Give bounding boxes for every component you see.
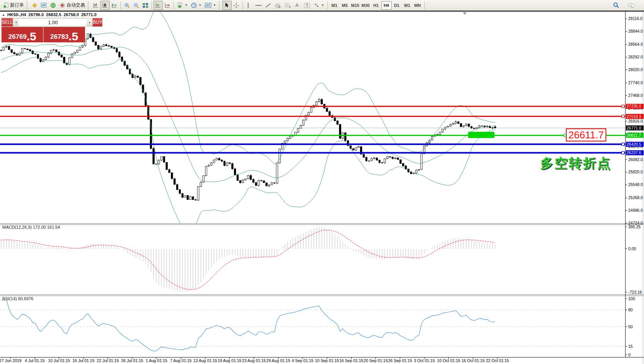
search-button[interactable] — [611, 1, 621, 10]
turning-point-note[interactable]: 多空转折点 — [540, 155, 611, 172]
price-tick-label: 27740.0 — [628, 80, 643, 85]
toolbar-grip — [27, 2, 29, 9]
horizontal-line-button[interactable] — [254, 1, 264, 10]
volume-control: ▼ ▲ — [13, 18, 93, 27]
horizontal-line-icon — [255, 2, 262, 8]
buy-price[interactable]: 26783.5 — [43, 27, 85, 42]
timeframe-h4-button[interactable]: H4 — [381, 1, 392, 10]
chart-canvas[interactable]: 29116.028844.028564.028292.028020.027740… — [0, 11, 644, 364]
line-chart-button[interactable] — [110, 1, 119, 10]
timeframe-m5-button[interactable]: M5 — [340, 1, 350, 10]
time-axis-label[interactable]: 10 Oct 01:15 — [437, 358, 460, 363]
price-tick-label: 26092.0 — [628, 157, 643, 162]
crosshair-button[interactable] — [232, 1, 241, 10]
time-axis-label[interactable]: 20 Sep 01:15 — [364, 358, 388, 363]
price-tick-label: 25268.0 — [628, 195, 643, 200]
collapse-panel-icon[interactable]: ▲ — [2, 13, 5, 17]
sell-price-main: 26769 — [8, 33, 27, 41]
time-axis-label[interactable]: 19 Aug 01:15 — [218, 358, 242, 363]
level-handle[interactable] — [622, 151, 624, 154]
rsi-axis-label: 15 — [628, 344, 633, 349]
sell-price[interactable]: 26769.5 — [2, 27, 43, 42]
indicators-button[interactable]: ▼ — [175, 1, 189, 10]
buy-button[interactable]: BUY — [93, 18, 102, 27]
timeframe-m15-button[interactable]: M15 — [350, 1, 360, 10]
time-axis-label[interactable]: 10 Jul 01:15 — [48, 358, 70, 363]
trendline-button[interactable] — [264, 1, 273, 10]
crosshair-icon — [233, 2, 239, 8]
new-order-button[interactable]: 新订单 — [2, 1, 25, 10]
text-label-button[interactable]: T — [302, 1, 312, 10]
window-border — [0, 11, 644, 12]
time-axis-label[interactable]: 22 Oct 01:15 — [486, 358, 509, 363]
zoom-out-button[interactable] — [132, 1, 141, 10]
rsi-indicator-label: RSI(14) 60.6976 — [2, 296, 33, 301]
level-badge-text: 26611.7 — [627, 133, 641, 138]
fibonacci-icon: F — [284, 2, 291, 8]
time-axis-label[interactable]: 1 Aug 01:15 — [146, 358, 167, 363]
volume-decrease-button[interactable]: ▼ — [13, 18, 19, 26]
templates-button[interactable]: ▼ — [203, 1, 218, 10]
timeframe-mn-button[interactable]: MN — [412, 1, 423, 10]
periods-button[interactable]: ▼ — [189, 1, 203, 10]
bar-chart-button[interactable] — [91, 1, 100, 10]
vertical-line-button[interactable] — [244, 1, 254, 10]
time-axis-label[interactable]: 4 Sep 01:15 — [292, 358, 314, 363]
buy-price-main: 26783 — [50, 33, 68, 41]
time-axis-label[interactable]: 3 Oct 01:15 — [414, 358, 435, 363]
time-axis-label[interactable]: 16 Jul 01:15 — [72, 358, 94, 363]
time-axis-label[interactable]: 27 Jun 2019 — [0, 358, 22, 363]
zoom-in-button[interactable] — [122, 1, 132, 10]
auto-scroll-button[interactable] — [153, 1, 163, 10]
price-tick-label: 26916.0 — [628, 119, 643, 123]
time-axis-label[interactable]: 10 Sep 01:15 — [315, 358, 339, 363]
time-axis-label[interactable]: 13 Aug 01:15 — [193, 358, 217, 363]
arrows-button[interactable]: ▼ — [312, 1, 326, 10]
timeframe-m30-button[interactable]: M30 — [360, 1, 371, 10]
time-axis-label[interactable]: 7 Aug 01:15 — [170, 358, 192, 363]
macd-axis-label: -723.16 — [628, 290, 642, 294]
chart-window-button[interactable] — [39, 1, 48, 10]
level-handle[interactable] — [622, 105, 624, 108]
volume-input[interactable] — [19, 18, 87, 26]
chart-window-icon — [41, 2, 47, 8]
signals-button[interactable] — [48, 1, 58, 10]
highlight-rectangle[interactable] — [468, 132, 494, 138]
tile-windows-button[interactable] — [141, 1, 150, 10]
time-axis-label[interactable]: 23 Aug 01:15 — [242, 358, 266, 363]
level-handle[interactable] — [622, 115, 624, 118]
level-badge-text: 27018.9 — [627, 114, 641, 119]
chat-button[interactable] — [626, 1, 637, 10]
cursor-button[interactable] — [222, 1, 232, 10]
timeframe-d1-button[interactable]: D1 — [392, 1, 402, 10]
signal-orb-icon — [50, 2, 56, 8]
time-axis-label[interactable]: 29 Aug 01:15 — [266, 358, 290, 363]
text-button[interactable]: A — [293, 1, 302, 10]
time-axis-label[interactable]: 26 Sep 01:15 — [388, 358, 412, 363]
one-click-trading-panel: SELL ▼ ▲ BUY 26769.5 26783.5 — [1, 18, 85, 43]
auto-trading-button[interactable]: 自动交易 — [58, 1, 87, 10]
timeframe-m1-button[interactable]: M1 — [329, 1, 340, 10]
candlestick-chart-button[interactable] — [100, 1, 110, 10]
arrows-icon — [314, 2, 320, 8]
time-axis-label[interactable]: 16 Sep 01:15 — [339, 358, 364, 363]
time-axis-label[interactable]: 26 Jul 01:15 — [121, 358, 143, 363]
vertical-line-icon — [246, 2, 250, 8]
market-watch-button[interactable] — [30, 1, 39, 10]
chart-shift-button[interactable] — [163, 1, 172, 10]
time-axis-label[interactable]: 16 Oct 01:15 — [462, 358, 485, 363]
toolbar-separator — [174, 1, 174, 10]
timeframe-w1-button[interactable]: W1 — [402, 1, 412, 10]
volume-increase-button[interactable]: ▲ — [87, 18, 92, 26]
sell-button[interactable]: SELL — [2, 18, 13, 27]
channel-icon: E — [274, 2, 281, 8]
timeframe-h1-button[interactable]: H1 — [371, 1, 381, 10]
level-handle[interactable] — [622, 143, 624, 146]
dropdown-arrow-icon: ▼ — [213, 3, 216, 7]
price-callout-box[interactable]: 26611.7 — [566, 128, 606, 141]
equidistant-channel-button[interactable]: E — [273, 1, 283, 10]
time-axis-label[interactable]: 4 Jul 01:15 — [25, 358, 45, 363]
time-axis-label[interactable]: 22 Jul 01:15 — [97, 358, 119, 363]
fibonacci-button[interactable]: F — [283, 1, 293, 10]
toolbar-separator — [152, 1, 152, 10]
